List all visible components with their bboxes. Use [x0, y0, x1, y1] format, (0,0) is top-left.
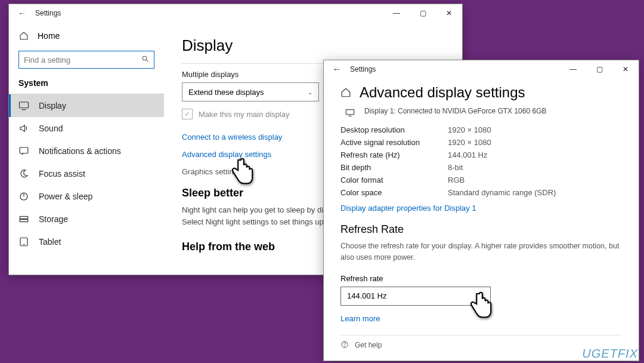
sidebar-item-label: Notifications & actions [39, 146, 121, 156]
learn-more-link[interactable]: Learn more [340, 314, 622, 323]
page-header: Advanced display settings [340, 84, 622, 101]
kv-desktop-resolution: Desktop resolution1920 × 1080 [340, 124, 622, 136]
refresh-rate-label: Refresh rate [340, 274, 622, 283]
search-icon [141, 55, 149, 64]
checkbox-icon: ✓ [182, 109, 193, 119]
chevron-down-icon: ⌄ [308, 89, 312, 96]
kv-active-signal-resolution: Active signal resolution1920 × 1080 [340, 136, 622, 149]
search-input[interactable]: Find a setting [18, 51, 154, 69]
sidebar-item-label: Storage [39, 214, 68, 224]
svg-point-14 [345, 346, 345, 346]
tablet-icon [18, 236, 29, 247]
maximize-button[interactable]: ▢ [410, 4, 436, 22]
page-title: Display [182, 36, 444, 55]
watermark: UGETFIX [582, 347, 638, 361]
refresh-rate-heading: Refresh Rate [340, 223, 622, 236]
sidebar-item-label: Focus assist [39, 169, 85, 179]
svg-line-1 [146, 60, 148, 61]
page-title: Advanced display settings [360, 84, 525, 101]
svg-rect-7 [20, 217, 28, 219]
refresh-rate-dropdown[interactable]: 144.001 Hz ⌄ [340, 287, 491, 306]
window-title: Settings [35, 9, 383, 17]
minimize-button[interactable]: — [560, 60, 586, 78]
home-label: Home [38, 31, 60, 41]
minimize-button[interactable]: — [383, 4, 410, 22]
display-icon [18, 100, 29, 111]
home-icon [18, 30, 29, 41]
sidebar-item-sound[interactable]: Sound [9, 117, 164, 140]
titlebar: ← Settings — ▢ ✕ [9, 4, 462, 22]
back-icon[interactable]: ← [324, 64, 350, 75]
kv-refresh-rate: Refresh rate (Hz)144.001 Hz [340, 149, 622, 161]
dropdown-value: 144.001 Hz [347, 291, 387, 300]
focus-icon [18, 168, 29, 179]
sidebar-item-power-sleep[interactable]: Power & sleep [9, 185, 164, 208]
storage-icon [18, 214, 29, 224]
close-button[interactable]: ✕ [612, 60, 639, 78]
get-help-label: Get help [355, 341, 382, 349]
checkbox-label: Make this my main display [199, 110, 289, 119]
display-connection-row: Display 1: Connected to NVIDIA GeForce G… [344, 107, 622, 118]
sidebar-item-label: Tablet [39, 237, 61, 247]
sidebar-item-focus-assist[interactable]: Focus assist [9, 162, 164, 185]
notify-icon [18, 146, 29, 156]
chevron-down-icon: ⌄ [479, 293, 484, 299]
kv-bit-depth: Bit depth8-bit [340, 161, 622, 174]
sound-icon [18, 123, 29, 134]
monitor-icon [344, 107, 356, 118]
search-placeholder: Find a setting [24, 56, 70, 64]
settings-window-advanced-display: ← Settings — ▢ ✕ Advanced display settin… [323, 60, 639, 361]
kv-color-format: Color formatRGB [340, 174, 622, 186]
sidebar-item-tablet[interactable]: Tablet [9, 230, 164, 253]
svg-rect-11 [346, 110, 354, 115]
multiple-displays-dropdown[interactable]: Extend these displays ⌄ [182, 82, 319, 101]
close-button[interactable]: ✕ [436, 4, 462, 22]
main-content: Advanced display settings Display 1: Con… [324, 78, 639, 350]
back-icon[interactable]: ← [9, 8, 35, 18]
help-icon [340, 340, 349, 350]
window-title: Settings [350, 65, 560, 73]
sidebar-item-label: Power & sleep [39, 192, 92, 201]
svg-rect-8 [20, 220, 28, 222]
display-connection-text: Display 1: Connected to NVIDIA GeForce G… [364, 107, 546, 115]
svg-rect-4 [20, 147, 28, 153]
refresh-rate-description: Choose the refresh rate for your display… [340, 241, 622, 263]
sidebar-item-label: Sound [39, 124, 63, 133]
sidebar-item-storage[interactable]: Storage [9, 208, 164, 230]
home-link[interactable]: Home [9, 27, 164, 45]
dropdown-value: Extend these displays [188, 88, 264, 97]
sidebar-list: Display Sound Notifications & actions Fo… [9, 94, 164, 253]
home-icon[interactable] [340, 87, 351, 98]
svg-rect-2 [20, 102, 29, 108]
sidebar-item-label: Display [39, 101, 66, 110]
titlebar: ← Settings — ▢ ✕ [324, 60, 639, 78]
sidebar: Home Find a setting System Display Sound [9, 22, 164, 258]
svg-point-0 [143, 56, 147, 60]
sidebar-item-notifications[interactable]: Notifications & actions [9, 140, 164, 162]
sidebar-item-display[interactable]: Display [9, 94, 164, 117]
display-adapter-link[interactable]: Display adapter properties for Display 1 [340, 204, 622, 213]
get-help-row[interactable]: Get help [340, 335, 622, 350]
power-icon [18, 191, 29, 202]
maximize-button[interactable]: ▢ [586, 60, 612, 78]
kv-color-space: Color spaceStandard dynamic range (SDR) [340, 186, 622, 199]
section-title: System [9, 76, 164, 94]
